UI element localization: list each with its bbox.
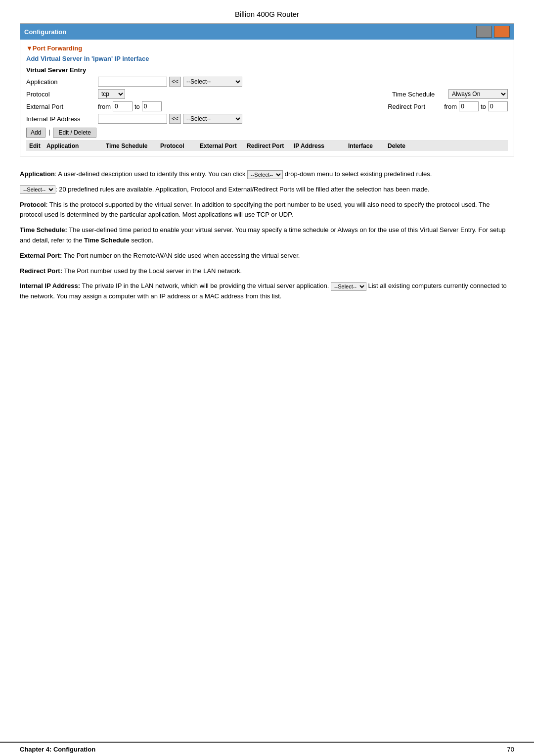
external-port-desc-bold: External Port: [20,252,62,259]
external-to-input[interactable] [142,101,162,111]
redirect-port-desc-bold: Redirect Port: [20,267,62,275]
protocol-desc-text: : This is the protocol supported by the … [20,201,490,219]
redirect-port-desc-text: The Port number used by the Local server… [62,267,242,275]
redirect-port-description: Redirect Port: The Port number used by t… [20,266,514,277]
redirect-port-label: Redirect Port [388,103,442,110]
app-desc-select[interactable]: --Select-- [247,170,283,179]
redirect-from-input[interactable] [459,101,479,111]
col-header-edit: Edit [26,142,44,149]
time-schedule-desc-bold: Time Schedule: [20,226,67,234]
external-port-fields: from to [98,101,378,111]
app-desc-bold: Application [20,170,55,178]
app-desc-text: : A user-defined description used to ide… [55,170,247,178]
application-row: Application << --Select-- [26,77,508,87]
external-to-label: to [134,103,140,110]
edit-delete-button[interactable]: Edit / Delete [53,128,96,138]
internal-ip-input[interactable] [98,114,167,124]
protocol-label: Protocol [26,91,98,98]
app-desc-inline-select: --Select-- [247,170,283,179]
config-header: Configuration [20,24,514,40]
footer-bar: Chapter 4: Configuration 70 [0,742,534,756]
application-select[interactable]: --Select-- [183,77,242,87]
internal-ip-desc-select[interactable]: --Select-- [331,282,366,291]
footer-page: 70 [507,746,514,753]
internal-ip-fields: << --Select-- [98,114,508,124]
port-forwarding-title: ▼Port Forwarding [26,45,508,52]
internal-ip-desc-inline: --Select-- [331,282,366,291]
select-description: --Select--: 20 predefined rules are avai… [20,185,514,195]
page-title: Billion 400G Router [20,10,514,18]
footer-chapter: Chapter 4: Configuration [20,746,95,753]
internal-ip-desc-bold: Internal IP Address: [20,282,80,289]
col-header-application: Application [44,142,103,149]
app-desc-text2: drop-down menu to select existing predef… [283,170,432,178]
internal-ip-select[interactable]: --Select-- [183,114,242,124]
section-inner: ▼Port Forwarding Add Virtual Server in '… [20,40,514,156]
separator: | [48,128,50,138]
external-port-desc-text: The Port number on the Remote/WAN side u… [62,252,300,259]
redirect-to-input[interactable] [488,101,508,111]
router-icon-2 [494,26,510,38]
application-label: Application [26,78,98,86]
time-schedule-description: Time Schedule: The user-defined time per… [20,225,514,246]
internal-ip-row: Internal IP Address << --Select-- [26,114,508,124]
redirect-to-label: to [481,103,486,110]
config-header-label: Configuration [24,28,66,36]
select-desc-inline: --Select-- [20,185,55,194]
external-from-input[interactable] [113,101,133,111]
col-header-protocol: Protocol [157,142,197,149]
internal-ip-description: Internal IP Address: The private IP in t… [20,281,514,302]
protocol-desc-bold: Protocol [20,201,46,208]
col-header-time-schedule: Time Schedule [103,142,157,149]
internal-ip-arrow-btn[interactable]: << [169,114,181,124]
virtual-server-entry-label: Virtual Server Entry [26,66,508,74]
time-schedule-label: Time Schedule [392,91,446,98]
redirect-port-group: Redirect Port from to [388,101,508,111]
application-arrow-btn[interactable]: << [169,77,181,87]
col-header-interface: Interface [345,142,385,149]
protocol-time-row: Protocol tcp udp both Time Schedule Alwa… [26,89,508,99]
protocol-fields: tcp udp both [98,89,382,99]
table-header-row: Edit Application Time Schedule Protocol … [26,141,508,151]
header-icons [476,26,510,38]
app-description: Application: A user-defined description … [20,169,514,180]
add-button[interactable]: Add [26,128,45,138]
external-from-label: from [98,103,111,110]
select-desc-text: : 20 predefined rules are available. App… [55,186,430,193]
external-redirect-row: External Port from to Redirect Port from… [26,101,508,111]
config-box: Configuration ▼Port Forwarding Add Virtu… [20,23,514,156]
time-schedule-group: Time Schedule Always On Never Schedule 1… [392,89,508,99]
select-desc-select[interactable]: --Select-- [20,185,55,194]
internal-ip-desc-text: The private IP in the LAN network, which… [80,282,331,289]
internal-ip-label: Internal IP Address [26,115,98,123]
col-header-ip-address: IP Address [291,142,345,149]
add-virtual-server-subtitle: Add Virtual Server in 'ipwan' IP interfa… [26,55,508,62]
col-header-delete: Delete [385,142,412,149]
col-header-redirect-port: Redirect Port [244,142,291,149]
col-header-external-port: External Port [197,142,244,149]
application-input[interactable] [98,77,167,87]
redirect-from-label: from [444,103,457,110]
router-icon [476,26,492,38]
btn-row: Add | Edit / Delete [26,128,508,138]
external-port-label: External Port [26,103,98,110]
external-port-description: External Port: The Port number on the Re… [20,251,514,261]
description-area: Application: A user-defined description … [20,164,514,312]
time-schedule-desc-text2: section. [130,236,153,244]
time-schedule-select[interactable]: Always On Never Schedule 1 Schedule 2 [448,89,508,99]
protocol-description: Protocol: This is the protocol supported… [20,200,514,221]
application-fields: << --Select-- [98,77,508,87]
time-schedule-desc-bold2: Time Schedule [84,236,130,244]
protocol-select[interactable]: tcp udp both [98,89,125,99]
